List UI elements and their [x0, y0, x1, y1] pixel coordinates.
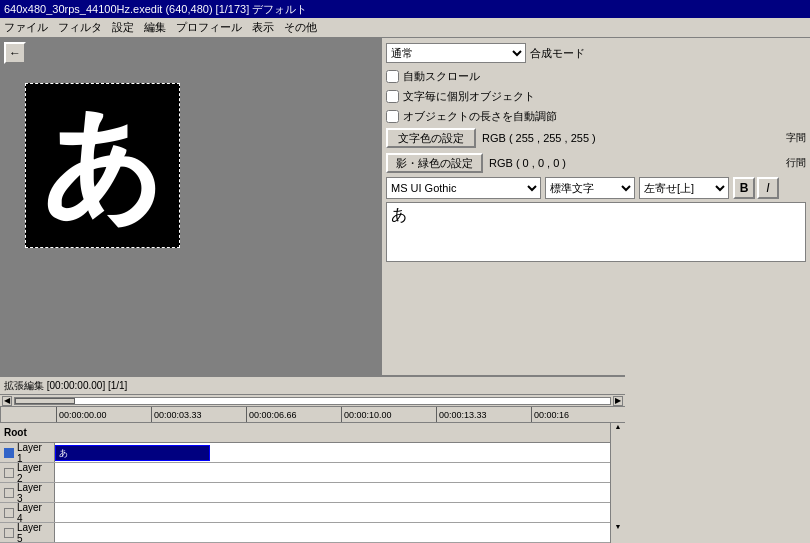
layer-2-content[interactable]	[55, 463, 610, 482]
timeline-header: 拡張編集 [00:00:00.00] [1/1]	[0, 377, 625, 395]
layer-4-content[interactable]	[55, 503, 610, 522]
menu-view[interactable]: 表示	[252, 20, 274, 35]
scroll-left-btn[interactable]: ◀	[2, 396, 12, 406]
preview-box: あ	[25, 83, 180, 248]
time-mark-4: 00:00:13.33	[436, 407, 531, 423]
timeline-area: 拡張編集 [00:00:00.00] [1/1] ◀ ▶ 00:00:00.00…	[0, 375, 625, 543]
time-mark-2: 00:00:06.66	[246, 407, 341, 423]
timeline-layer-2: Layer 2	[0, 463, 625, 483]
layer-4-side	[610, 503, 625, 523]
italic-button[interactable]: I	[757, 177, 779, 199]
autoscroll-checkbox[interactable]	[386, 70, 399, 83]
blend-mode-label: 合成モード	[530, 46, 585, 61]
main-area: ← あ 拡張編集 [00:00:00.00] [1/1] ◀ ▶	[0, 38, 810, 543]
shadow-color-value: RGB ( 0 , 0 , 0 )	[489, 157, 566, 169]
layer-3-label: Layer 3	[0, 483, 55, 502]
align-select[interactable]: 左寄せ[上]	[639, 177, 729, 199]
bold-button[interactable]: B	[733, 177, 755, 199]
layer-3-color	[4, 488, 14, 498]
left-panel: ← あ 拡張編集 [00:00:00.00] [1/1] ◀ ▶	[0, 38, 380, 543]
layer-1-label: Layer 1	[0, 443, 55, 462]
checkbox-per-char: 文字毎に個別オブジェクト	[386, 87, 806, 105]
moji-label: 字間	[786, 131, 806, 145]
layer-rows: Root ▲ Layer 1 あ	[0, 423, 625, 543]
title-bar: 640x480_30rps_44100Hz.exedit (640,480) […	[0, 0, 810, 18]
text-color-button[interactable]: 文字色の設定	[386, 128, 476, 148]
timeline-title: 拡張編集 [00:00:00.00] [1/1]	[4, 379, 127, 393]
per-char-checkbox[interactable]	[386, 90, 399, 103]
menu-profile[interactable]: プロフィール	[176, 20, 242, 35]
layer-4-label: Layer 4	[0, 503, 55, 522]
menu-settings[interactable]: 設定	[112, 20, 134, 35]
font-row: MS UI Gothic 標準文字 左寄せ[上] B I	[386, 177, 806, 199]
layer-5-label: Layer 5	[0, 523, 55, 542]
layer-1-side	[610, 443, 625, 463]
menu-file[interactable]: ファイル	[4, 20, 48, 35]
text-color-value: RGB ( 255 , 255 , 255 )	[482, 132, 596, 144]
time-mark-1: 00:00:03.33	[151, 407, 246, 423]
root-label: Root	[0, 427, 55, 438]
time-mark-5: 00:00:16	[531, 407, 625, 423]
auto-length-label: オブジェクトの長さを自動調節	[403, 109, 557, 124]
gyoukan-label: 行間	[786, 156, 806, 170]
shadow-color-button[interactable]: 影・緑色の設定	[386, 153, 483, 173]
blend-mode-row: 通常 合成モード	[386, 42, 806, 64]
layer-1-clip[interactable]: あ	[55, 445, 210, 461]
auto-length-checkbox[interactable]	[386, 110, 399, 123]
layer-2-color	[4, 468, 14, 478]
font-select[interactable]: MS UI Gothic	[386, 177, 541, 199]
blend-mode-select[interactable]: 通常	[386, 43, 526, 63]
time-mark-3: 00:00:10.00	[341, 407, 436, 423]
timeline-layer-3: Layer 3	[0, 483, 625, 503]
v-scroll-top[interactable]: ▲	[610, 423, 625, 443]
autoscroll-label: 自動スクロール	[403, 69, 480, 84]
menu-bar: ファイル フィルタ 設定 編集 プロフィール 表示 その他	[0, 18, 810, 38]
layer-4-color	[4, 508, 14, 518]
layer-2-label: Layer 2	[0, 463, 55, 482]
text-content: あ	[391, 206, 407, 223]
back-button[interactable]: ←	[4, 42, 26, 64]
layer-3-side	[610, 483, 625, 503]
time-ruler: 00:00:00.00 00:00:03.33 00:00:06.66 00:0…	[0, 407, 625, 423]
timeline-layer-4: Layer 4	[0, 503, 625, 523]
timeline-layer-1: Layer 1 あ	[0, 443, 625, 463]
per-char-label: 文字毎に個別オブジェクト	[403, 89, 535, 104]
timeline-root-row: Root ▲	[0, 423, 625, 443]
layer-5-content[interactable]	[55, 523, 610, 542]
layer-5-color	[4, 528, 14, 538]
style-select[interactable]: 標準文字	[545, 177, 635, 199]
checkbox-autoscroll: 自動スクロール	[386, 67, 806, 85]
timeline-scroll[interactable]: ◀ ▶	[0, 395, 625, 407]
scroll-track[interactable]	[14, 397, 611, 405]
timeline-layer-5: Layer 5 ▼	[0, 523, 625, 543]
layer-1-color	[4, 448, 14, 458]
menu-edit[interactable]: 編集	[144, 20, 166, 35]
text-color-row: 文字色の設定 RGB ( 255 , 255 , 255 ) 字間	[386, 127, 806, 149]
shadow-color-row: 影・緑色の設定 RGB ( 0 , 0 , 0 ) 行間	[386, 152, 806, 174]
root-content	[55, 423, 610, 442]
layer-3-content[interactable]	[55, 483, 610, 502]
scroll-right-btn[interactable]: ▶	[613, 396, 623, 406]
v-scroll-down-area[interactable]: ▼	[611, 523, 625, 530]
title-text: 640x480_30rps_44100Hz.exedit (640,480) […	[4, 2, 307, 17]
scroll-thumb[interactable]	[15, 398, 75, 404]
menu-filter[interactable]: フィルタ	[58, 20, 102, 35]
time-marks: 00:00:00.00 00:00:03.33 00:00:06.66 00:0…	[1, 407, 625, 423]
preview-char: あ	[41, 106, 164, 226]
layer-5-side: ▼	[610, 523, 625, 543]
layer-2-side	[610, 463, 625, 483]
menu-other[interactable]: その他	[284, 20, 317, 35]
v-scroll-up-arrow[interactable]: ▲	[615, 423, 622, 430]
text-input-area[interactable]: あ	[386, 202, 806, 262]
layer-1-content[interactable]: あ	[55, 443, 610, 462]
checkbox-auto-length: オブジェクトの長さを自動調節	[386, 107, 806, 125]
time-mark-0: 00:00:00.00	[56, 407, 151, 423]
